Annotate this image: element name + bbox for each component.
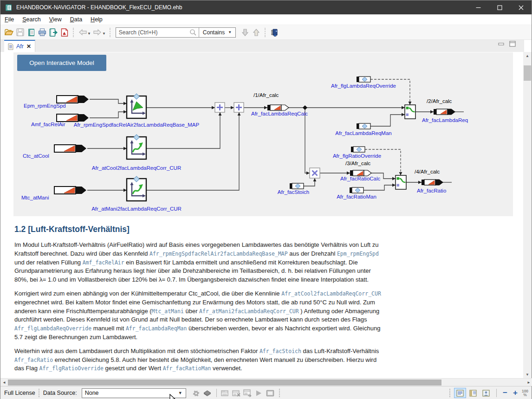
model-element-link[interactable]: Afr_flgLambdaReqOverride [14,325,91,332]
signal-marker-cal[interactable] [357,77,370,82]
close-button[interactable] [510,0,532,14]
scroll-right-icon[interactable]: ► [525,379,532,386]
block-sw[interactable] [396,175,406,189]
signal-marker-cal[interactable] [350,187,363,193]
diagram-signal-label[interactable]: Afr_facRatioCalc [340,176,380,181]
model-diagram: Open Interactive Model Epm_rpmEngSpdAmf_… [13,52,513,216]
block-add[interactable] [234,103,244,112]
handbook-icon[interactable] [26,27,37,38]
diagram-signal-label[interactable]: Afr_facStoich [278,189,309,195]
author-view-icon[interactable] [480,388,492,398]
block-add[interactable] [215,103,225,112]
diagram-signal-label[interactable]: Mtc_atMani [21,195,49,200]
diagram-signal-label[interactable]: Epm_rpmEngSpd [24,103,66,109]
model-element-link[interactable]: Afr_facStoich [260,348,301,354]
signal-marker-in[interactable] [54,145,86,152]
signal-marker-cal[interactable] [357,123,370,129]
back-history-caret[interactable]: ▼ [87,32,91,36]
export-icon[interactable] [48,27,59,38]
signal-marker-msg[interactable] [350,170,371,176]
model-element-link[interactable]: Afr_facRatioMan [163,365,211,372]
model-element-link[interactable]: Afr_atMani2facLambdaReqCorr_CUR [199,308,299,315]
pdf-icon[interactable] [59,27,70,38]
menu-help[interactable]: Help [86,15,107,24]
zoom-level[interactable]: 100 % [520,389,530,397]
model-element-link[interactable]: Afr_facRatio [14,357,53,363]
restore-view-icon[interactable] [509,41,516,47]
diagram-signal-label[interactable]: Afr_flgLambdaReqOverride [331,83,396,89]
statusbar: Full License Data Source: None ▼ 1:1 [0,386,532,399]
model-element-link[interactable]: Amf_facRelAir [83,259,124,266]
document-viewport[interactable]: Open Interactive Model Epm_rpmEngSpdAmf_… [0,52,524,378]
signal-marker-in[interactable] [57,96,89,103]
paragraph: Im Modul Luft-Kraftstoff-Verhältnis (Air… [14,241,385,284]
search-input[interactable] [116,28,189,37]
data-source-dropdown[interactable]: None ▼ [82,388,186,398]
scroll-up-icon[interactable]: ▲ [523,52,532,59]
minimize-button[interactable] [467,0,489,14]
zoom-out-button[interactable]: − [500,388,510,398]
arrowhead [238,112,241,116]
diagram-signal-label[interactable]: Amf_facRelAir [31,122,65,127]
maximize-button[interactable] [489,0,510,14]
diagram-signal-label[interactable]: Afr_rpmEngSpdfacRelAir2facLambdaReqBase_… [74,122,199,128]
diagram-signal-label[interactable]: Afr_facRatio [417,188,446,193]
single-page-view-icon[interactable] [454,388,466,398]
block-cur[interactable] [127,176,146,201]
signal-marker-out[interactable] [434,109,455,115]
save-icon [14,27,26,38]
block-cur[interactable] [127,135,146,159]
gear-icon[interactable] [191,388,202,398]
titlebar: EHANDBOOK-NAVIGATOR - EHANDBOOK_FlexECU_… [0,0,532,14]
diagram-signal-label[interactable]: Afr_atMani2facLambdaReqCorr_CUR [91,206,182,212]
model-element-link[interactable]: Afr_atCool2facLambdaReqCorr_CUR [281,290,381,297]
split-view-icon[interactable] [467,388,479,398]
menu-file[interactable]: File [0,15,18,24]
diagram-signal-label[interactable]: Ctc_atCool [23,153,49,159]
model-element-link[interactable]: Afr_rpmEngSpdfacRelAir2facLambdaReqBase_… [149,251,288,257]
tab-close-icon[interactable]: ✕ [26,43,31,50]
signal-line [370,115,405,126]
zoom-in-button[interactable]: + [510,388,520,398]
block-sw[interactable] [405,105,415,119]
menu-view[interactable]: View [45,15,66,24]
ecu-chip-icon[interactable] [202,388,213,398]
vertical-scrollbar[interactable]: ▲ ▼ [523,52,532,378]
forward-history-caret[interactable]: ▼ [102,32,106,36]
open-icon[interactable] [3,27,14,38]
diagram-signal-label[interactable]: Afr_facRatioMan [337,194,376,200]
vertical-scroll-thumb[interactable] [524,65,531,81]
block-mul[interactable] [310,168,320,178]
model-element-link[interactable]: Mtc_atMani [152,308,184,315]
minimize-view-icon[interactable] [498,42,505,46]
horizontal-scroll-thumb[interactable] [8,380,441,386]
match-mode-dropdown[interactable]: Contains ▼ [199,29,235,36]
menu-search[interactable]: Search [18,15,45,24]
menu-data[interactable]: Data [66,15,86,24]
signal-marker-out[interactable] [422,180,443,185]
diagram-signal-label[interactable]: Afr_atCool2facLambdaReqCorr_CUR [92,165,181,171]
signal-marker-cal[interactable] [351,147,365,152]
mouse-cursor [169,394,175,399]
scroll-down-icon[interactable]: ▼ [523,371,532,378]
model-element-link[interactable]: Afr_facLambdaReqMan [126,325,187,332]
signal-marker-msg[interactable] [267,105,289,110]
signal-marker-in[interactable] [57,114,89,122]
model-element-link[interactable]: Afr_flgRatioOverride [39,365,103,372]
diagram-signal-label[interactable]: Afr_flgRatioOverride [333,153,381,159]
diagram-signal-label[interactable]: Afr_facLambdaReqMan [335,130,391,136]
ecu-structure-icon[interactable] [269,27,280,38]
print-icon[interactable] [37,27,48,38]
diagram-signal-label[interactable]: Afr_facLambdaReq [422,117,468,123]
horizontal-scrollbar[interactable]: ◄ ► [0,378,532,386]
scroll-left-icon[interactable]: ◄ [0,379,8,386]
signal-marker-in[interactable] [54,187,86,194]
document-icon [8,43,13,50]
model-element-link[interactable]: Epm_rpmEngSpd [337,251,379,257]
diagram-signal-label[interactable]: Afr_facLambdaReqCalc [251,111,308,116]
menubar: FileSearchViewDataHelp [0,14,532,25]
tab-afr[interactable]: Afr ✕ [4,40,35,52]
signal-marker-cal[interactable] [290,183,304,189]
block-map[interactable] [127,94,146,118]
remove-measure-window-icon [231,388,242,398]
